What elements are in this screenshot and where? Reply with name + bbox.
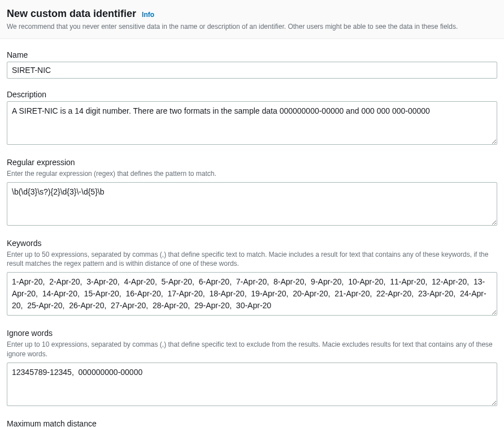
page-title: New custom data identifier [7,8,136,20]
regex-textarea[interactable]: \b(\d{3}\s?){2}\d{3}\-\d{5}\b [7,182,497,226]
name-label: Name [7,50,497,59]
description-label: Description [7,90,497,99]
keywords-field-group: Keywords Enter up to 50 expressions, sep… [7,239,497,318]
ignore-words-textarea[interactable]: 12345789-12345, 000000000-00000 [7,363,497,406]
ignore-words-label: Ignore words [7,329,497,338]
keywords-hint: Enter up to 50 expressions, separated by… [7,250,497,269]
max-match-distance-field-group: Maximum match distance Enter the maximum… [7,419,497,427]
name-field-group: Name [7,50,497,79]
description-textarea[interactable]: A SIRET-NIC is a 14 digit number. There … [7,101,497,145]
form-body: Name Description A SIRET-NIC is a 14 dig… [0,39,504,427]
ignore-words-field-group: Ignore words Enter up to 10 expressions,… [7,329,497,408]
regex-field-group: Regular expression Enter the regular exp… [7,158,497,227]
max-match-distance-label: Maximum match distance [7,419,497,427]
regex-label: Regular expression [7,158,497,167]
info-link[interactable]: Info [142,11,154,19]
ignore-words-hint: Enter up to 10 expressions, separated by… [7,340,497,359]
keywords-label: Keywords [7,239,497,248]
form-header: New custom data identifier Info We recom… [0,0,504,39]
description-field-group: Description A SIRET-NIC is a 14 digit nu… [7,90,497,146]
keywords-textarea[interactable]: 1-Apr-20, 2-Apr-20, 3-Apr-20, 4-Apr-20, … [7,272,497,316]
regex-hint: Enter the regular expression (regex) tha… [7,169,497,179]
page-subtitle: We recommend that you never enter sensit… [7,22,493,32]
name-input[interactable] [7,62,497,79]
